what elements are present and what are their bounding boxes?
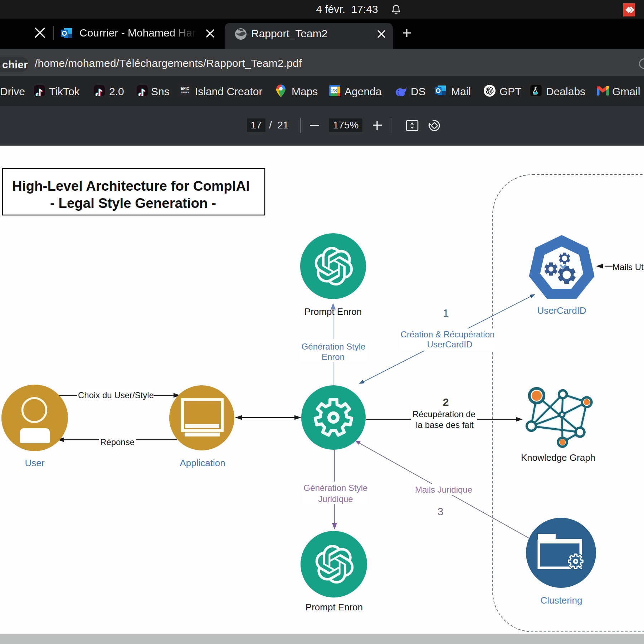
svg-text:Juridique: Juridique — [318, 494, 353, 504]
svg-text:Récupération de: Récupération de — [413, 409, 475, 419]
svg-text:Mails Juridique: Mails Juridique — [415, 485, 472, 494]
svg-text:1: 1 — [443, 307, 449, 319]
svg-text:Prompt Enron: Prompt Enron — [306, 602, 363, 613]
svg-text:Application: Application — [180, 458, 225, 468]
svg-text:2: 2 — [443, 396, 449, 408]
svg-text:Knowledge Graph: Knowledge Graph — [521, 452, 595, 463]
svg-text:UserCardID: UserCardID — [537, 305, 586, 316]
svg-text:Génération Style: Génération Style — [304, 483, 368, 493]
svg-text:Enron: Enron — [322, 352, 345, 362]
svg-text:Création & Récupération: Création & Récupération — [401, 330, 495, 339]
svg-text:3: 3 — [438, 506, 444, 517]
svg-text:UserCardID: UserCardID — [427, 340, 473, 349]
svg-text:User: User — [25, 458, 45, 468]
svg-text:Génération Style: Génération Style — [302, 342, 366, 351]
svg-text:la base des fait: la base des fait — [416, 420, 474, 430]
svg-text:High-Level Architecture for Co: High-Level Architecture for ComplAI — [12, 178, 250, 194]
svg-text:Clustering: Clustering — [540, 595, 582, 606]
svg-text:Mails Utilisateur: Mails Utilisateur — [613, 262, 644, 272]
svg-text:- Legal Style Generation -: - Legal Style Generation - — [50, 195, 216, 211]
svg-text:Réponse: Réponse — [100, 437, 135, 447]
svg-text:Prompt Enron: Prompt Enron — [304, 306, 362, 317]
svg-text:Choix du User/Style: Choix du User/Style — [78, 390, 154, 400]
